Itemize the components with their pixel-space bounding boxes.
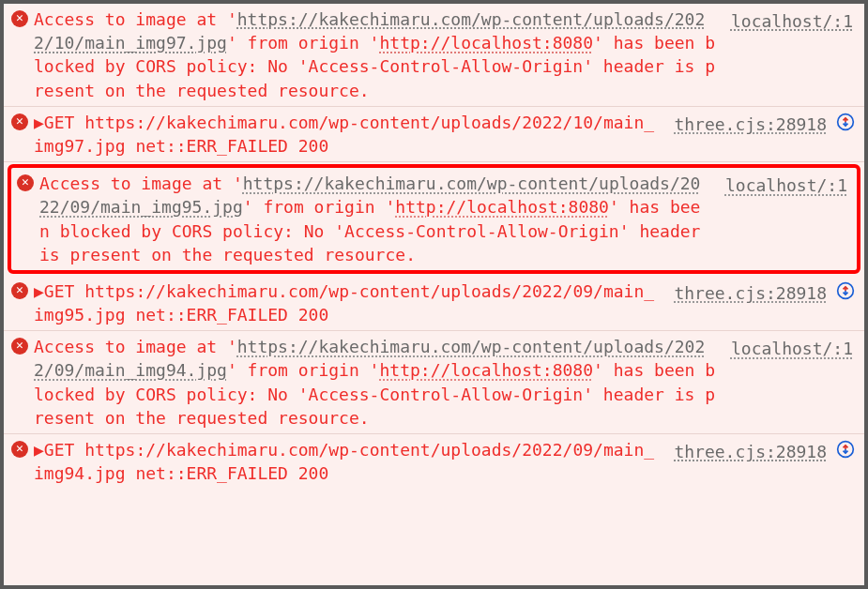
expand-icon[interactable]: ▶	[34, 281, 44, 301]
source-link[interactable]: three.cjs:28918	[674, 113, 827, 136]
expand-icon[interactable]: ▶	[34, 113, 44, 132]
msg-origin[interactable]: http://localhost:8080	[395, 197, 609, 217]
refresh-icon[interactable]	[836, 440, 855, 459]
error-icon	[17, 174, 34, 191]
msg-text: ' from origin '	[227, 33, 380, 53]
source-link[interactable]: localhost/:1	[731, 337, 853, 360]
http-method: GET	[44, 113, 75, 132]
error-icon	[11, 10, 28, 27]
msg-text: ' from origin '	[243, 197, 396, 217]
console-message: ▶GET https://kakechimaru.com/wp-content/…	[34, 438, 661, 485]
console-error-row[interactable]: ▶GET https://kakechimaru.com/wp-content/…	[4, 276, 864, 331]
error-icon	[11, 282, 28, 299]
console-message: Access to image at 'https://kakechimaru.…	[34, 335, 716, 430]
source-link[interactable]: localhost/:1	[731, 9, 853, 33]
msg-text: Access to image at '	[34, 337, 237, 356]
console-error-row[interactable]: ▶GET https://kakechimaru.com/wp-content/…	[4, 107, 864, 162]
source-link[interactable]: localhost/:1	[725, 174, 847, 197]
console-message: Access to image at 'https://kakechimaru.…	[34, 8, 716, 102]
error-icon	[11, 338, 28, 355]
msg-text: Access to image at '	[39, 174, 243, 193]
console-message: ▶GET https://kakechimaru.com/wp-content/…	[34, 111, 661, 158]
msg-text: ' from origin '	[227, 360, 380, 380]
error-status: net::ERR_FAILED 200	[126, 305, 329, 325]
console-error-row-highlighted[interactable]: Access to image at 'https://kakechimaru.…	[8, 164, 860, 274]
console-panel: Access to image at 'https://kakechimaru.…	[4, 4, 864, 489]
error-icon	[11, 441, 28, 458]
http-method: GET	[44, 440, 75, 460]
source-link[interactable]: three.cjs:28918	[674, 281, 827, 305]
error-status: net::ERR_FAILED 200	[126, 463, 329, 483]
expand-icon[interactable]: ▶	[34, 440, 44, 460]
refresh-icon[interactable]	[836, 113, 855, 131]
error-status: net::ERR_FAILED 200	[126, 136, 329, 156]
console-message: ▶GET https://kakechimaru.com/wp-content/…	[34, 279, 661, 326]
source-link[interactable]: three.cjs:28918	[674, 440, 827, 463]
console-error-row[interactable]: Access to image at 'https://kakechimaru.…	[4, 331, 864, 434]
console-error-row[interactable]: ▶GET https://kakechimaru.com/wp-content/…	[4, 434, 864, 489]
msg-origin[interactable]: http://localhost:8080	[379, 360, 593, 380]
refresh-icon[interactable]	[836, 281, 855, 300]
msg-origin[interactable]: http://localhost:8080	[379, 33, 593, 53]
http-method: GET	[44, 281, 75, 301]
console-message: Access to image at 'https://kakechimaru.…	[39, 172, 710, 266]
msg-text: Access to image at '	[34, 9, 237, 29]
error-icon	[11, 113, 28, 130]
console-error-row[interactable]: Access to image at 'https://kakechimaru.…	[4, 4, 864, 107]
